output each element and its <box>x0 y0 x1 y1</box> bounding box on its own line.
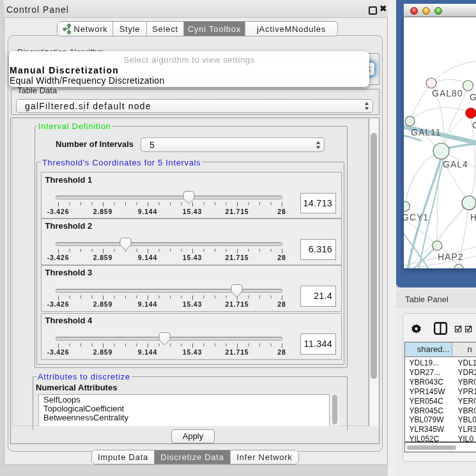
svg-text:GA: GA <box>470 92 476 102</box>
svg-text:GAL11: GAL11 <box>411 127 441 137</box>
svg-text:GAL4: GAL4 <box>443 159 468 169</box>
svg-text:GCY1: GCY1 <box>404 212 429 222</box>
svg-text:H: H <box>470 212 476 222</box>
svg-text:HAP2: HAP2 <box>438 252 464 262</box>
svg-text:GAL80: GAL80 <box>432 88 463 98</box>
svg-text:C: C <box>472 120 476 130</box>
